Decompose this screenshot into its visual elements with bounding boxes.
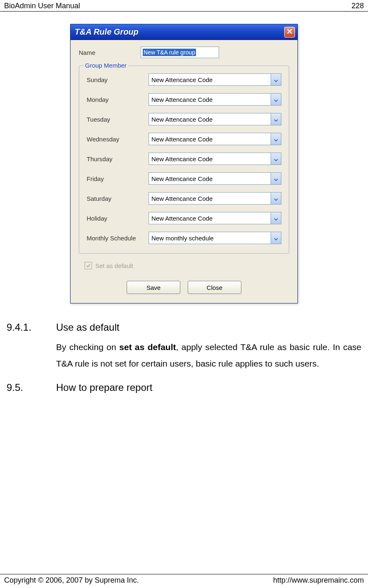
- set-default-row: Set as default: [85, 262, 289, 269]
- combo-label: Wednesday: [87, 136, 149, 143]
- combo-row: WednesdayNew Attencance Code: [87, 133, 281, 145]
- combo-dropdown-button[interactable]: [271, 133, 281, 145]
- name-row: Name New T&A rule group: [79, 47, 289, 58]
- combo-friday[interactable]: New Attencance Code: [149, 172, 281, 185]
- combo-value: New Attencance Code: [149, 93, 271, 106]
- close-button[interactable]: [284, 27, 295, 38]
- close-label: Close: [207, 284, 222, 291]
- combo-thursday[interactable]: New Attencance Code: [149, 153, 281, 165]
- save-button[interactable]: Save: [127, 281, 180, 294]
- combo-dropdown-button[interactable]: [271, 172, 281, 185]
- chevron-down-icon: [274, 76, 278, 83]
- chevron-down-icon: [274, 195, 278, 202]
- combo-value: New Attencance Code: [149, 172, 271, 185]
- check-icon: [86, 262, 91, 269]
- page-footer: Copyright © 2006, 2007 by Suprema Inc. h…: [0, 574, 368, 585]
- combo-holiday[interactable]: New Attencance Code: [149, 212, 281, 224]
- combo-value: New Attencance Code: [149, 73, 271, 86]
- set-default-label: Set as default: [95, 262, 133, 269]
- combo-row: SaturdayNew Attencance Code: [87, 192, 281, 205]
- combo-wednesday[interactable]: New Attencance Code: [149, 133, 281, 145]
- section-number: 9.4.1.: [7, 322, 35, 333]
- combo-dropdown-button[interactable]: [271, 73, 281, 86]
- combo-label: Monthly Schedule: [87, 235, 149, 242]
- combo-value: New monthly schedule: [149, 232, 271, 244]
- name-value: New T&A rule group: [143, 49, 196, 56]
- section-title: Use as default: [56, 322, 119, 333]
- chevron-down-icon: [274, 175, 278, 182]
- document-title: BioAdmin User Manual: [4, 2, 80, 10]
- combo-label: Tuesday: [87, 116, 149, 123]
- section-number: 9.5.: [7, 382, 35, 393]
- combo-label: Thursday: [87, 155, 149, 162]
- combo-sunday[interactable]: New Attencance Code: [149, 73, 281, 86]
- group-member-fieldset: Group Member SundayNew Attencance CodeMo…: [79, 66, 289, 254]
- fieldset-legend: Group Member: [83, 62, 128, 69]
- copyright-text: Copyright © 2006, 2007 by Suprema Inc.: [4, 576, 139, 585]
- section-body: By checking on set as default, apply sel…: [7, 339, 361, 372]
- combo-dropdown-button[interactable]: [271, 232, 281, 244]
- ta-rule-group-dialog: T&A Rule Group Name New T&A rule group G…: [70, 24, 298, 303]
- combo-tuesday[interactable]: New Attencance Code: [149, 113, 281, 125]
- section-title: How to prepare report: [56, 382, 152, 393]
- combo-row: Monthly ScheduleNew monthly schedule: [87, 232, 281, 244]
- combo-label: Friday: [87, 175, 149, 182]
- name-input[interactable]: New T&A rule group: [141, 47, 219, 58]
- section-9-5: 9.5. How to prepare report: [4, 376, 364, 403]
- combo-monthly-schedule[interactable]: New monthly schedule: [149, 232, 281, 244]
- body-text-bold: set as default: [119, 342, 176, 352]
- page-number: 228: [351, 2, 364, 10]
- body-text-pre: By checking on: [56, 342, 119, 352]
- combo-dropdown-button[interactable]: [271, 113, 281, 125]
- combo-row: TuesdayNew Attencance Code: [87, 113, 281, 125]
- combo-label: Sunday: [87, 76, 149, 83]
- dialog-button-row: Save Close: [79, 281, 289, 294]
- combo-row: SundayNew Attencance Code: [87, 73, 281, 86]
- chevron-down-icon: [274, 136, 278, 143]
- page-header: BioAdmin User Manual 228: [0, 0, 368, 12]
- chevron-down-icon: [274, 235, 278, 242]
- combo-value: New Attencance Code: [149, 113, 271, 125]
- section-heading: 9.5. How to prepare report: [7, 382, 361, 393]
- combo-value: New Attencance Code: [149, 192, 271, 205]
- section-9-4-1: 9.4.1. Use as default By checking on set…: [4, 316, 364, 376]
- set-default-checkbox[interactable]: [85, 262, 92, 269]
- combo-dropdown-button[interactable]: [271, 153, 281, 165]
- combo-label: Saturday: [87, 195, 149, 202]
- combo-value: New Attencance Code: [149, 212, 271, 224]
- combo-dropdown-button[interactable]: [271, 192, 281, 205]
- section-heading: 9.4.1. Use as default: [7, 322, 361, 333]
- combo-label: Monday: [87, 96, 149, 103]
- name-label: Name: [79, 49, 141, 56]
- chevron-down-icon: [274, 215, 278, 222]
- combo-dropdown-button[interactable]: [271, 212, 281, 224]
- footer-url: http://www.supremainc.com: [273, 576, 364, 585]
- close-dialog-button[interactable]: Close: [188, 281, 241, 294]
- combo-saturday[interactable]: New Attencance Code: [149, 192, 281, 205]
- combo-row: ThursdayNew Attencance Code: [87, 153, 281, 165]
- chevron-down-icon: [274, 116, 278, 123]
- combo-row: HolidayNew Attencance Code: [87, 212, 281, 224]
- chevron-down-icon: [274, 155, 278, 162]
- combo-row: FridayNew Attencance Code: [87, 172, 281, 185]
- combo-dropdown-button[interactable]: [271, 93, 281, 106]
- combo-label: Holiday: [87, 215, 149, 222]
- chevron-down-icon: [274, 96, 278, 103]
- combo-value: New Attencance Code: [149, 133, 271, 145]
- dialog-title: T&A Rule Group: [75, 27, 139, 37]
- combo-row: MondayNew Attencance Code: [87, 93, 281, 106]
- combo-monday[interactable]: New Attencance Code: [149, 93, 281, 106]
- combo-value: New Attencance Code: [149, 153, 271, 165]
- dialog-body: Name New T&A rule group Group Member Sun…: [71, 40, 297, 303]
- close-icon: [287, 28, 293, 36]
- save-label: Save: [146, 284, 160, 291]
- dialog-titlebar: T&A Rule Group: [71, 24, 297, 40]
- page-content: T&A Rule Group Name New T&A rule group G…: [0, 12, 368, 407]
